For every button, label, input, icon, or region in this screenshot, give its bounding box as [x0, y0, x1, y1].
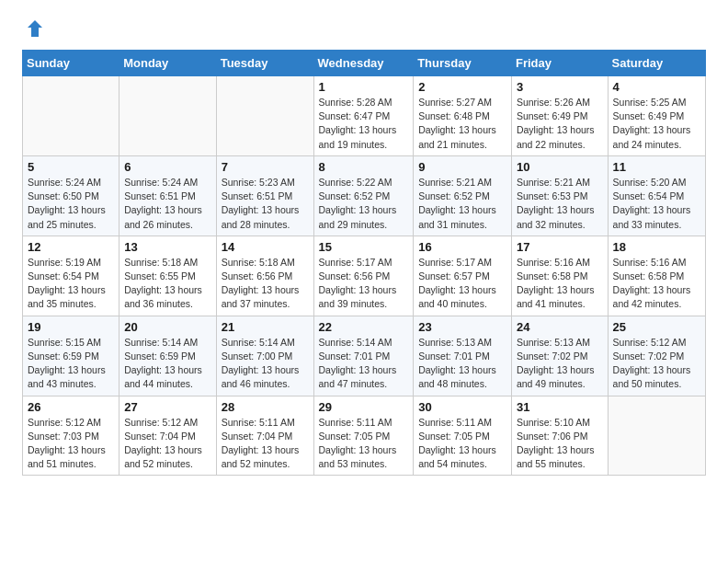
day-number: 30	[418, 400, 506, 414]
calendar-cell: 6Sunrise: 5:24 AM Sunset: 6:51 PM Daylig…	[119, 155, 216, 236]
day-info: Sunrise: 5:28 AM Sunset: 6:47 PM Dayligh…	[319, 96, 409, 152]
day-number: 19	[28, 320, 114, 334]
page: SundayMondayTuesdayWednesdayThursdayFrid…	[0, 0, 728, 490]
calendar-cell: 16Sunrise: 5:17 AM Sunset: 6:57 PM Dayli…	[414, 236, 512, 316]
calendar-cell: 24Sunrise: 5:13 AM Sunset: 7:02 PM Dayli…	[511, 316, 608, 396]
calendar-cell: 3Sunrise: 5:26 AM Sunset: 6:49 PM Daylig…	[511, 76, 608, 156]
day-number: 25	[613, 320, 700, 334]
day-number: 17	[517, 240, 603, 254]
week-row-5: 26Sunrise: 5:12 AM Sunset: 7:03 PM Dayli…	[23, 396, 706, 476]
day-number: 1	[319, 80, 409, 94]
weekday-header-monday: Monday	[119, 51, 216, 76]
day-info: Sunrise: 5:19 AM Sunset: 6:54 PM Dayligh…	[28, 256, 114, 312]
day-number: 3	[517, 80, 603, 94]
calendar-cell: 28Sunrise: 5:11 AM Sunset: 7:04 PM Dayli…	[216, 396, 313, 476]
logo	[22, 18, 44, 39]
day-number: 9	[418, 160, 506, 174]
calendar-table: SundayMondayTuesdayWednesdayThursdayFrid…	[22, 50, 706, 476]
day-info: Sunrise: 5:21 AM Sunset: 6:52 PM Dayligh…	[418, 176, 506, 232]
week-row-4: 19Sunrise: 5:15 AM Sunset: 6:59 PM Dayli…	[23, 316, 706, 396]
day-number: 10	[517, 160, 603, 174]
day-info: Sunrise: 5:17 AM Sunset: 6:56 PM Dayligh…	[319, 256, 409, 312]
weekday-header-saturday: Saturday	[608, 51, 705, 76]
day-number: 8	[319, 160, 409, 174]
weekday-header-row: SundayMondayTuesdayWednesdayThursdayFrid…	[23, 51, 706, 76]
logo-icon	[24, 18, 44, 39]
day-number: 5	[28, 160, 114, 174]
day-info: Sunrise: 5:12 AM Sunset: 7:02 PM Dayligh…	[613, 336, 700, 392]
day-info: Sunrise: 5:18 AM Sunset: 6:56 PM Dayligh…	[222, 256, 309, 312]
day-number: 12	[28, 240, 114, 254]
day-number: 31	[517, 400, 603, 414]
calendar-cell: 15Sunrise: 5:17 AM Sunset: 6:56 PM Dayli…	[313, 236, 414, 316]
calendar-cell	[23, 76, 119, 156]
day-info: Sunrise: 5:18 AM Sunset: 6:55 PM Dayligh…	[124, 256, 210, 312]
calendar-cell: 9Sunrise: 5:21 AM Sunset: 6:52 PM Daylig…	[414, 155, 512, 236]
day-info: Sunrise: 5:21 AM Sunset: 6:53 PM Dayligh…	[517, 176, 603, 232]
calendar-cell	[608, 396, 705, 476]
calendar-cell: 13Sunrise: 5:18 AM Sunset: 6:55 PM Dayli…	[119, 236, 216, 316]
day-info: Sunrise: 5:20 AM Sunset: 6:54 PM Dayligh…	[613, 176, 700, 232]
calendar-cell: 26Sunrise: 5:12 AM Sunset: 7:03 PM Dayli…	[23, 396, 119, 476]
day-number: 28	[222, 400, 309, 414]
day-info: Sunrise: 5:15 AM Sunset: 6:59 PM Dayligh…	[28, 336, 114, 392]
calendar-cell	[119, 76, 216, 156]
day-info: Sunrise: 5:11 AM Sunset: 7:04 PM Dayligh…	[222, 416, 309, 472]
calendar-cell: 31Sunrise: 5:10 AM Sunset: 7:06 PM Dayli…	[511, 396, 608, 476]
weekday-header-thursday: Thursday	[414, 51, 512, 76]
weekday-header-friday: Friday	[511, 51, 608, 76]
calendar-cell: 17Sunrise: 5:16 AM Sunset: 6:58 PM Dayli…	[511, 236, 608, 316]
calendar-cell: 2Sunrise: 5:27 AM Sunset: 6:48 PM Daylig…	[414, 76, 512, 156]
week-row-3: 12Sunrise: 5:19 AM Sunset: 6:54 PM Dayli…	[23, 236, 706, 316]
day-number: 23	[418, 320, 506, 334]
weekday-header-wednesday: Wednesday	[313, 51, 414, 76]
calendar-cell	[216, 76, 313, 156]
day-info: Sunrise: 5:13 AM Sunset: 7:02 PM Dayligh…	[517, 336, 603, 392]
day-number: 27	[124, 400, 210, 414]
day-info: Sunrise: 5:16 AM Sunset: 6:58 PM Dayligh…	[517, 256, 603, 312]
day-number: 2	[418, 80, 506, 94]
week-row-2: 5Sunrise: 5:24 AM Sunset: 6:50 PM Daylig…	[23, 155, 706, 236]
day-number: 21	[222, 320, 309, 334]
day-info: Sunrise: 5:10 AM Sunset: 7:06 PM Dayligh…	[517, 416, 603, 472]
day-number: 18	[613, 240, 700, 254]
calendar-cell: 30Sunrise: 5:11 AM Sunset: 7:05 PM Dayli…	[414, 396, 512, 476]
calendar-cell: 20Sunrise: 5:14 AM Sunset: 6:59 PM Dayli…	[119, 316, 216, 396]
day-info: Sunrise: 5:26 AM Sunset: 6:49 PM Dayligh…	[517, 96, 603, 152]
calendar-cell: 18Sunrise: 5:16 AM Sunset: 6:58 PM Dayli…	[608, 236, 705, 316]
day-info: Sunrise: 5:17 AM Sunset: 6:57 PM Dayligh…	[418, 256, 506, 312]
day-number: 16	[418, 240, 506, 254]
day-number: 7	[222, 160, 309, 174]
calendar-cell: 12Sunrise: 5:19 AM Sunset: 6:54 PM Dayli…	[23, 236, 119, 316]
day-info: Sunrise: 5:14 AM Sunset: 7:01 PM Dayligh…	[319, 336, 409, 392]
day-number: 11	[613, 160, 700, 174]
svg-marker-0	[28, 20, 42, 37]
day-info: Sunrise: 5:12 AM Sunset: 7:04 PM Dayligh…	[124, 416, 210, 472]
day-number: 14	[222, 240, 309, 254]
day-number: 20	[124, 320, 210, 334]
week-row-1: 1Sunrise: 5:28 AM Sunset: 6:47 PM Daylig…	[23, 76, 706, 156]
day-info: Sunrise: 5:27 AM Sunset: 6:48 PM Dayligh…	[418, 96, 506, 152]
calendar-cell: 5Sunrise: 5:24 AM Sunset: 6:50 PM Daylig…	[23, 155, 119, 236]
day-number: 6	[124, 160, 210, 174]
calendar-cell: 27Sunrise: 5:12 AM Sunset: 7:04 PM Dayli…	[119, 396, 216, 476]
calendar-cell: 8Sunrise: 5:22 AM Sunset: 6:52 PM Daylig…	[313, 155, 414, 236]
day-number: 15	[319, 240, 409, 254]
calendar-cell: 4Sunrise: 5:25 AM Sunset: 6:49 PM Daylig…	[608, 76, 705, 156]
day-info: Sunrise: 5:24 AM Sunset: 6:51 PM Dayligh…	[124, 176, 210, 232]
day-number: 22	[319, 320, 409, 334]
day-info: Sunrise: 5:11 AM Sunset: 7:05 PM Dayligh…	[319, 416, 409, 472]
calendar-cell: 29Sunrise: 5:11 AM Sunset: 7:05 PM Dayli…	[313, 396, 414, 476]
day-info: Sunrise: 5:16 AM Sunset: 6:58 PM Dayligh…	[613, 256, 700, 312]
calendar-cell: 19Sunrise: 5:15 AM Sunset: 6:59 PM Dayli…	[23, 316, 119, 396]
weekday-header-sunday: Sunday	[23, 51, 119, 76]
calendar-cell: 22Sunrise: 5:14 AM Sunset: 7:01 PM Dayli…	[313, 316, 414, 396]
calendar-cell: 1Sunrise: 5:28 AM Sunset: 6:47 PM Daylig…	[313, 76, 414, 156]
header	[22, 18, 706, 39]
day-number: 26	[28, 400, 114, 414]
calendar-cell: 25Sunrise: 5:12 AM Sunset: 7:02 PM Dayli…	[608, 316, 705, 396]
day-info: Sunrise: 5:22 AM Sunset: 6:52 PM Dayligh…	[319, 176, 409, 232]
day-info: Sunrise: 5:24 AM Sunset: 6:50 PM Dayligh…	[28, 176, 114, 232]
calendar-cell: 7Sunrise: 5:23 AM Sunset: 6:51 PM Daylig…	[216, 155, 313, 236]
day-info: Sunrise: 5:25 AM Sunset: 6:49 PM Dayligh…	[613, 96, 700, 152]
